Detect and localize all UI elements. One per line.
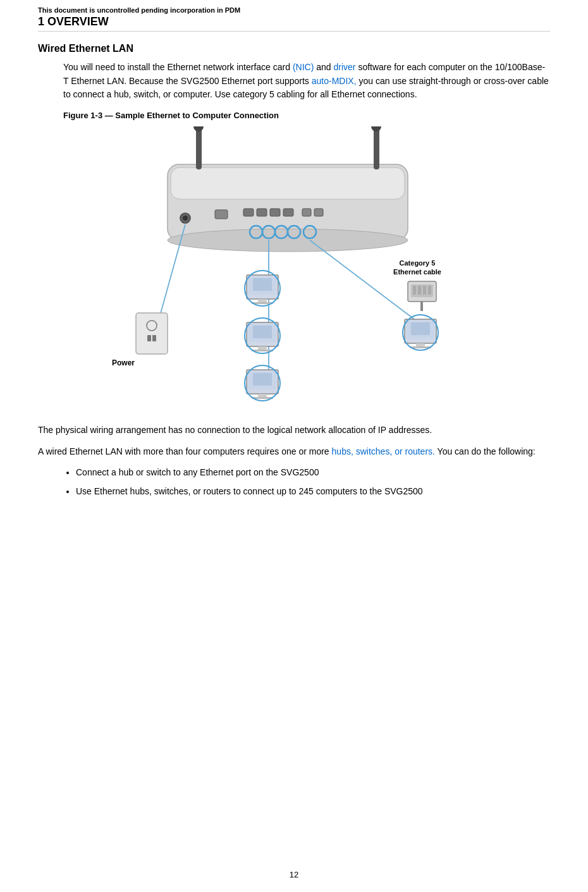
category5-label-text: Category 5 [400, 259, 436, 267]
category5-cable-label-text: Ethernet cable [393, 268, 441, 276]
svg-rect-29 [152, 335, 156, 341]
svg-rect-7 [243, 209, 254, 216]
svg-rect-28 [147, 335, 151, 341]
computer-1 [245, 271, 280, 306]
svg-rect-45 [258, 394, 267, 397]
svg-rect-8 [257, 209, 267, 216]
driver-link[interactable]: driver [334, 62, 356, 72]
page-number: 12 [290, 870, 298, 879]
svg-rect-38 [253, 326, 272, 338]
hubs-switches-routers-link[interactable]: hubs, switches, or routers. [332, 446, 435, 456]
chapter-title: 1 OVERVIEW [38, 15, 550, 32]
category5-icon [408, 272, 436, 311]
svg-rect-5 [374, 126, 379, 169]
bullet-list: Connect a hub or switch to any Ethernet … [76, 466, 550, 498]
body-paragraph-3: A wired Ethernet LAN with more than four… [38, 445, 550, 459]
svg-rect-1 [171, 168, 405, 199]
svg-point-14 [183, 216, 188, 221]
computer-3 [245, 365, 280, 401]
svg-rect-50 [413, 286, 416, 295]
top-notice: This document is uncontrolled pending in… [38, 6, 550, 14]
svg-rect-26 [136, 313, 168, 354]
figure-diagram: Power [73, 126, 515, 411]
svg-rect-59 [416, 343, 425, 346]
svg-rect-32 [253, 278, 272, 291]
svg-rect-12 [314, 209, 323, 216]
svg-rect-58 [411, 322, 430, 335]
svg-point-6 [371, 126, 381, 131]
svg-rect-44 [253, 373, 272, 386]
figure-caption: Figure 1-3 — Sample Ethernet to Computer… [63, 111, 550, 120]
figure-svg: Power [73, 126, 515, 411]
auto-mdix-link[interactable]: auto-MDIX, [312, 76, 357, 86]
svg-rect-11 [302, 209, 311, 216]
svg-point-4 [193, 126, 204, 131]
svg-rect-53 [428, 286, 431, 295]
body-paragraph-1: You will need to install the Ethernet ne… [63, 61, 550, 102]
power-label-text: Power [112, 358, 135, 367]
svg-rect-3 [196, 126, 202, 169]
svg-rect-51 [418, 286, 421, 295]
figure-container: Power [38, 126, 550, 411]
bullet-item-2: Use Ethernet hubs, switches, or routers … [76, 485, 550, 499]
bullet-item-1: Connect a hub or switch to any Ethernet … [76, 466, 550, 480]
nic-link[interactable]: (NIC) [293, 62, 314, 72]
svg-rect-9 [270, 209, 280, 216]
computer-2 [245, 318, 280, 353]
section-title: Wired Ethernet LAN [38, 43, 550, 54]
svg-rect-10 [283, 209, 293, 216]
computer-4 [403, 315, 438, 350]
body-paragraph-2: The physical wiring arrangement has no c… [38, 424, 550, 437]
svg-rect-15 [215, 210, 228, 219]
router-graphic [168, 126, 408, 252]
svg-rect-52 [423, 286, 426, 295]
svg-rect-39 [258, 346, 267, 350]
power-outlet-icon [136, 313, 168, 354]
svg-rect-33 [258, 299, 267, 302]
